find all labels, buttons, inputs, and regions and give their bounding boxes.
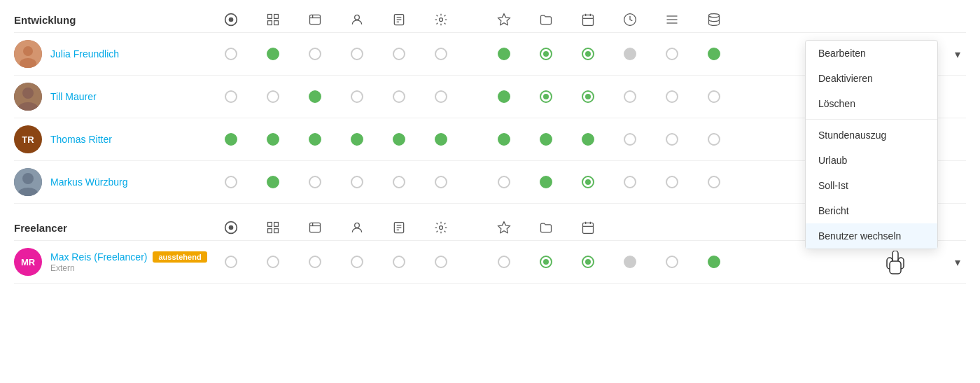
- svg-point-1: [229, 18, 234, 22]
- avatar-till: [14, 83, 42, 111]
- context-menu-julia: Bearbeiten Deaktivieren Löschen Stundena…: [805, 40, 938, 249]
- perm-till-5: [378, 90, 420, 103]
- user-name-thomas[interactable]: Thomas Ritter: [50, 133, 112, 146]
- perm-till-1: [210, 90, 252, 103]
- svg-rect-16: [583, 15, 594, 25]
- perm-markus-4: [336, 176, 378, 188]
- user-name-max-wrap: Max Reis (Freelancer) ausstehend Extern: [50, 251, 207, 273]
- chevron-max[interactable]: ▾: [949, 253, 966, 272]
- perm-markus-1: [210, 176, 252, 188]
- perm-thomas-5: [378, 133, 420, 146]
- user-info-thomas: TR Thomas Ritter: [14, 125, 210, 153]
- fheader-icon-grid: [252, 221, 294, 235]
- user-sub-max: Extern: [50, 263, 207, 273]
- user-name-julia[interactable]: Julia Freundlich: [50, 48, 119, 60]
- fheader-icon-gear: [420, 221, 462, 235]
- perm-julia-10: [609, 48, 651, 60]
- user-info-julia: Julia Freundlich: [14, 40, 210, 68]
- menu-loeschen[interactable]: Löschen: [806, 91, 937, 116]
- cursor-hand: [886, 251, 906, 279]
- perm-julia-5: [378, 48, 420, 60]
- user-row-julia: Julia Freundlich ▾ Bearbeiten: [14, 33, 966, 76]
- perm-thomas-6: [420, 133, 462, 146]
- badge-ausstehend: ausstehend: [153, 251, 206, 263]
- header-icon-database: [693, 13, 735, 27]
- perm-julia-3: [294, 48, 336, 60]
- svg-rect-50: [583, 223, 594, 233]
- menu-benutzer-wechseln[interactable]: Benutzer wechseln: [806, 223, 937, 249]
- user-info-markus: Markus Würzburg: [14, 168, 210, 196]
- perm-till-8: [525, 90, 567, 103]
- perm-thomas-11: [651, 133, 693, 146]
- perm-thomas-12: [693, 133, 735, 146]
- perm-max-11: [651, 256, 693, 268]
- svg-rect-39: [274, 229, 279, 233]
- svg-rect-2: [268, 15, 272, 19]
- svg-rect-4: [268, 21, 272, 25]
- perm-max-7: [483, 256, 525, 268]
- user-info-till: Till Maurer: [14, 83, 210, 111]
- perm-julia-2: [252, 48, 294, 60]
- perm-markus-9: [567, 176, 609, 188]
- svg-rect-5: [274, 21, 279, 25]
- svg-point-48: [440, 226, 443, 230]
- menu-deaktivieren[interactable]: Deaktivieren: [806, 66, 937, 91]
- perm-till-6: [420, 90, 462, 103]
- perm-max-10: [609, 256, 651, 268]
- svg-rect-57: [890, 261, 901, 274]
- svg-rect-36: [268, 223, 272, 227]
- fheader-icon-star: [483, 221, 525, 235]
- avatar-julia: [14, 40, 42, 68]
- perm-till-3: [294, 90, 336, 103]
- perm-thomas-7: [483, 133, 525, 146]
- menu-stundenauszug[interactable]: Stundenauszug: [806, 123, 937, 148]
- user-name-markus[interactable]: Markus Würzburg: [50, 176, 127, 188]
- perm-markus-8: [525, 176, 567, 188]
- header-icon-folder: [525, 13, 567, 27]
- perm-max-2: [252, 256, 294, 268]
- menu-bericht[interactable]: Bericht: [806, 198, 937, 223]
- menu-urlaub[interactable]: Urlaub: [806, 148, 937, 173]
- user-name-till[interactable]: Till Maurer: [50, 90, 97, 103]
- perm-thomas-1: [210, 133, 252, 146]
- perm-max-1: [210, 256, 252, 268]
- perm-thomas-3: [294, 133, 336, 146]
- perm-max-4: [336, 256, 378, 268]
- perm-thomas-10: [609, 133, 651, 146]
- perm-till-4: [336, 90, 378, 103]
- section-title-entwicklung: Entwicklung: [14, 14, 210, 26]
- perm-julia-12: [693, 48, 735, 60]
- section-header-entwicklung: Entwicklung: [14, 7, 966, 33]
- header-icon-grid: [252, 13, 294, 27]
- user-name-max[interactable]: Max Reis (Freelancer): [50, 251, 147, 263]
- svg-point-9: [355, 15, 360, 20]
- user-name-markus-wrap: Markus Würzburg: [50, 176, 127, 188]
- svg-rect-38: [268, 229, 272, 233]
- header-icon-list: [651, 13, 693, 27]
- perm-till-2: [252, 90, 294, 103]
- section-entwicklung: Entwicklung: [14, 7, 966, 204]
- menu-divider: [806, 119, 937, 120]
- perm-max-6: [420, 256, 462, 268]
- perm-markus-12: [693, 176, 735, 188]
- perm-till-11: [651, 90, 693, 103]
- svg-point-35: [229, 225, 234, 230]
- menu-soll-ist[interactable]: Soll-Ist: [806, 173, 937, 198]
- menu-bearbeiten[interactable]: Bearbeiten: [806, 41, 937, 66]
- svg-point-14: [440, 18, 443, 22]
- perm-julia-7: [483, 48, 525, 60]
- fheader-icon-calendar: [567, 221, 609, 235]
- fheader-icon-folder: [525, 221, 567, 235]
- perm-markus-11: [651, 176, 693, 188]
- header-icon-person: [336, 13, 378, 27]
- svg-rect-3: [274, 15, 279, 19]
- perm-julia-4: [336, 48, 378, 60]
- header-icon-gear: [420, 13, 462, 27]
- chevron-julia[interactable]: ▾: [949, 45, 966, 64]
- svg-point-32: [22, 173, 34, 184]
- perm-markus-10: [609, 176, 651, 188]
- perm-max-9: [567, 256, 609, 268]
- perm-till-9: [567, 90, 609, 103]
- perm-julia-11: [651, 48, 693, 60]
- perm-markus-6: [420, 176, 462, 188]
